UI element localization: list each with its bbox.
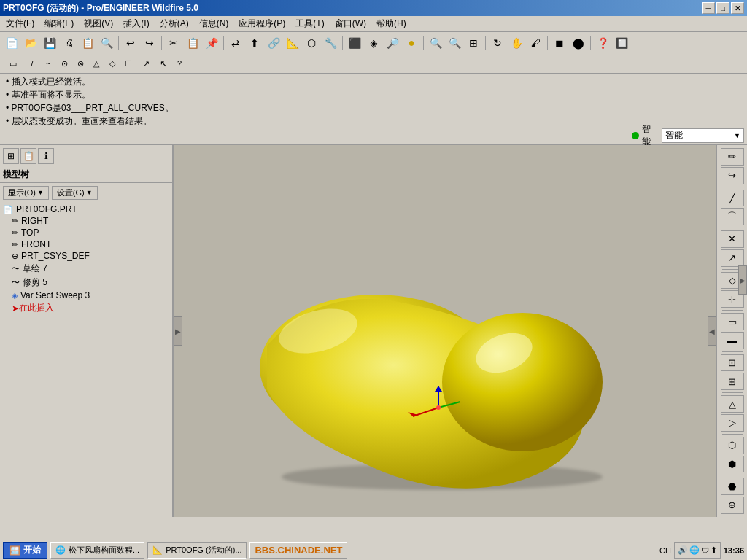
tb-pan[interactable]: ✋ xyxy=(508,34,525,52)
rt-mirror[interactable]: ⬣ xyxy=(721,478,744,495)
menu-tools[interactable]: 工具(T) xyxy=(291,16,328,31)
info-line-3: PRT0OFG是03___PRT_ALL_CURVES。 xyxy=(6,101,741,114)
tb2-btn4[interactable]: ⊙ xyxy=(57,56,71,71)
menu-view[interactable]: 视图(V) xyxy=(80,16,117,31)
tb2-btn1[interactable]: ▭ xyxy=(3,56,23,71)
tree-item-varsect[interactable]: ◈ Var Sect Sweep 3 xyxy=(0,289,172,301)
tb-undo[interactable]: ↩ xyxy=(122,34,139,52)
rt-plane2[interactable]: ▬ xyxy=(721,332,744,349)
left-panel: ⊞ 📋 ℹ 模型树 显示(O) ▼ 设置(G) ▼ 📄 PRT0OFG.PRT … xyxy=(0,145,174,517)
tb-paste[interactable]: 📌 xyxy=(203,34,220,52)
start-button[interactable]: 🪟 开始 xyxy=(3,542,47,559)
viewport-left-handle[interactable]: ▶ xyxy=(174,316,182,346)
tb-zoom-out[interactable]: 🔍 xyxy=(446,34,463,52)
rt-plane[interactable]: ▭ xyxy=(721,313,744,330)
tb2-btn6[interactable]: △ xyxy=(89,56,104,71)
tb-new[interactable]: 📄 xyxy=(3,34,20,52)
smart-dropdown[interactable]: 智能 ▼ xyxy=(662,128,744,143)
front-label: FRONT xyxy=(21,239,51,249)
menu-info[interactable]: 信息(N) xyxy=(195,16,233,31)
tb2-cursor[interactable]: ↖ xyxy=(156,56,171,71)
tb-view3[interactable]: 🔎 xyxy=(384,34,401,52)
tb-zoom-in[interactable]: 🔍 xyxy=(427,34,444,52)
tree-item-front[interactable]: ✏ FRONT xyxy=(0,238,172,250)
tb-btn15[interactable]: ⬆ xyxy=(246,34,263,52)
tb-view1[interactable]: ⬛ xyxy=(346,34,363,52)
rt-line[interactable]: ╱ xyxy=(721,190,744,207)
tb-rotate[interactable]: ↻ xyxy=(489,34,506,52)
restore-button[interactable]: □ xyxy=(716,2,729,14)
tb2-help[interactable]: ? xyxy=(172,56,187,71)
panel-collapse-handle[interactable]: ▶ xyxy=(738,265,747,295)
menu-insert[interactable]: 插入(I) xyxy=(119,16,153,31)
tb-last[interactable]: 🔲 xyxy=(613,34,630,52)
tb-btn17[interactable]: 📐 xyxy=(284,34,301,52)
rt-sketch[interactable]: ✏ xyxy=(721,148,744,166)
menu-analysis[interactable]: 分析(A) xyxy=(155,16,193,31)
rt-copy2[interactable]: ⬢ xyxy=(721,456,744,473)
tb2-btn2[interactable]: / xyxy=(25,56,39,71)
taskbar-browser[interactable]: 🌐 松下风扇构面数程... xyxy=(50,542,144,559)
menu-edit[interactable]: 编辑(E) xyxy=(40,16,78,31)
tb2-btn9[interactable]: ↗ xyxy=(137,56,155,71)
viewport-area[interactable]: ▶ ◀ xyxy=(174,145,716,517)
tb-redo[interactable]: ↪ xyxy=(141,34,158,52)
bbs-label: BBS.CHINADE.NET xyxy=(255,545,342,556)
tb-btn16[interactable]: 🔗 xyxy=(265,34,282,52)
tb2-btn5[interactable]: ⊗ xyxy=(73,56,88,71)
tb-print[interactable]: 🖨 xyxy=(60,34,77,52)
viewport-right-handle[interactable]: ◀ xyxy=(708,316,716,346)
tb-open[interactable]: 📂 xyxy=(22,34,39,52)
menu-help[interactable]: 帮助(H) xyxy=(372,16,411,31)
tree-item-sketch7[interactable]: 〜 草绘 7 xyxy=(0,262,172,276)
rt-intersect[interactable]: ✕ xyxy=(721,230,744,248)
tb-btn6[interactable]: 🔍 xyxy=(98,34,115,52)
menu-window[interactable]: 窗口(W) xyxy=(330,16,371,31)
rt-offset[interactable]: ⬡ xyxy=(721,437,744,454)
taskbar-proe[interactable]: 📐 PRT0OFG (活动的)... xyxy=(147,542,247,559)
tree-content: 📄 PRT0OFG.PRT ✏ RIGHT ✏ TOP ✏ FRONT ⊕ PR… xyxy=(0,202,172,517)
menu-apps[interactable]: 应用程序(P) xyxy=(234,16,290,31)
tb-btn18[interactable]: ⬡ xyxy=(303,34,320,52)
tb-btn14[interactable]: ⇄ xyxy=(227,34,244,52)
rt-curve[interactable]: ⌒ xyxy=(721,208,744,225)
rt-pattern[interactable]: ⊕ xyxy=(721,497,744,514)
tree-item-csys[interactable]: ⊕ PRT_CSYS_DEF xyxy=(0,250,172,262)
menu-file[interactable]: 文件(F) xyxy=(1,16,39,31)
tree-item-top[interactable]: ✏ TOP xyxy=(0,227,172,238)
tree-item-right[interactable]: ✏ RIGHT xyxy=(0,215,172,227)
rt-sweep[interactable]: ⊡ xyxy=(721,354,744,372)
rt-blend[interactable]: ⊞ xyxy=(721,373,744,390)
tb2-btn8[interactable]: ☐ xyxy=(121,56,136,71)
panel-icon-grid[interactable]: ⊞ xyxy=(3,148,19,164)
taskbar-bbs[interactable]: BBS.CHINADE.NET xyxy=(249,542,347,559)
tb-view2[interactable]: ◈ xyxy=(365,34,382,52)
rt-trim[interactable]: △ xyxy=(721,395,744,413)
tree-item-insert[interactable]: ➤ 在此插入 xyxy=(0,301,172,315)
tb-cut[interactable]: ✂ xyxy=(165,34,182,52)
panel-icon-info[interactable]: ℹ xyxy=(38,148,54,164)
panel-icon-tree[interactable]: 📋 xyxy=(20,148,36,164)
tb-btn5[interactable]: 📋 xyxy=(79,34,96,52)
tb-copy[interactable]: 📋 xyxy=(184,34,201,52)
tb-save[interactable]: 💾 xyxy=(41,34,58,52)
tb-shade2[interactable]: ⬤ xyxy=(570,34,587,52)
show-btn[interactable]: 显示(O) ▼ xyxy=(3,186,49,200)
rt-extend[interactable]: ▷ xyxy=(721,414,744,432)
rt-arrow[interactable]: ↪ xyxy=(721,167,744,184)
trim5-label: 修剪 5 xyxy=(23,276,47,289)
tree-item-root[interactable]: 📄 PRT0OFG.PRT xyxy=(0,203,172,215)
tree-item-trim5[interactable]: 〜 修剪 5 xyxy=(0,276,172,289)
tb-help[interactable]: ❓ xyxy=(594,34,611,52)
tb-shade1[interactable]: ◼ xyxy=(551,34,568,52)
tb2-btn7[interactable]: ◇ xyxy=(105,56,120,71)
rt-arrow2[interactable]: ↗ xyxy=(721,249,744,267)
close-button[interactable]: ✕ xyxy=(731,2,744,14)
tb2-btn3[interactable]: ~ xyxy=(41,56,55,71)
tb-btn19[interactable]: 🔧 xyxy=(322,34,339,52)
minimize-button[interactable]: ─ xyxy=(702,2,715,14)
tb-zoom-fit[interactable]: ⊞ xyxy=(465,34,482,52)
tb-btn23[interactable]: ● xyxy=(403,34,420,52)
tb-repaint[interactable]: 🖌 xyxy=(527,34,544,52)
settings-btn[interactable]: 设置(G) ▼ xyxy=(52,186,98,200)
